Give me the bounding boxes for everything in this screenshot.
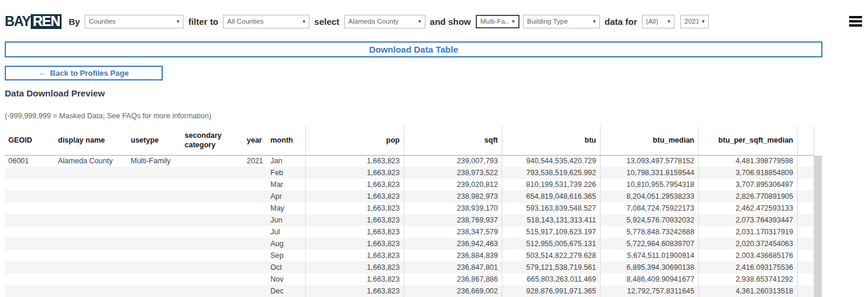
col-header-pop[interactable]: pop <box>305 126 404 155</box>
chevron-down-icon: ▾ <box>702 18 705 24</box>
cell-year <box>243 250 267 262</box>
cell-btu: 512,955,005,675.131 <box>502 238 600 250</box>
cell-pop: 1,663,823 <box>305 202 404 214</box>
col-header-display_name[interactable]: display name <box>54 126 127 155</box>
filter-counties-dropdown[interactable]: All Counties ▾ <box>223 15 309 28</box>
cell-btu_median: 10,798,331.8159544 <box>600 167 698 179</box>
cell-year <box>243 214 267 226</box>
cell-display_name <box>54 262 127 273</box>
cell-usetype <box>127 238 181 250</box>
table-row: Nov1,663,823236,867,886665,803,263,011.4… <box>5 273 814 285</box>
cell-btu_median: 5,924,576.70932032 <box>600 214 698 226</box>
cell-month: Jun <box>267 214 305 226</box>
col-header-btu_median[interactable]: btu_median <box>600 126 698 155</box>
data-table: GEOIDdisplay nameusetypesecondary catego… <box>5 126 814 297</box>
month-filter-dropdown[interactable]: (All) ▾ <box>642 15 675 28</box>
col-header-sqft[interactable]: sqft <box>404 126 502 155</box>
col-header-usetype[interactable]: usetype <box>127 126 181 155</box>
cell-btu: 518,143,131,313.411 <box>502 214 600 226</box>
cell-usetype <box>127 250 181 262</box>
cell-spacer <box>797 202 814 214</box>
building-type-dropdown[interactable]: Building Type ▾ <box>523 15 600 28</box>
cell-month: May <box>267 202 305 214</box>
menu-icon[interactable] <box>849 16 862 27</box>
cell-btu: 810,199,531,739.226 <box>502 179 600 191</box>
table-row: Sep1,663,823236,884,839503,514,822,279.6… <box>5 250 814 262</box>
cell-btu_per_sqft_median: 2,826.770891905 <box>698 191 797 202</box>
cell-month: Nov <box>267 273 305 285</box>
col-header-btu[interactable]: btu <box>502 126 600 155</box>
cell-display_name <box>54 226 127 238</box>
cell-btu_median: 8,204,051.29538233 <box>600 191 698 202</box>
cell-btu: 940,544,535,420.729 <box>502 155 600 167</box>
usetype-dropdown-value: Multi-Fa... <box>480 18 508 25</box>
cell-usetype <box>127 285 181 297</box>
cell-year <box>243 285 267 297</box>
back-arrow-icon: ← <box>39 69 47 78</box>
year-filter-dropdown[interactable]: 2021 ▾ <box>680 15 709 28</box>
cell-pop: 1,663,823 <box>305 191 404 202</box>
cell-btu_per_sqft_median: 2,031.170317919 <box>698 226 797 238</box>
cell-geoid <box>5 262 54 273</box>
cell-geoid <box>5 226 54 238</box>
cell-secondary_category <box>181 179 243 191</box>
cell-month: Aug <box>267 238 305 250</box>
by-label: By <box>69 17 80 27</box>
cell-pop: 1,663,823 <box>305 179 404 191</box>
cell-geoid <box>5 167 54 179</box>
geography-dropdown[interactable]: Counties ▾ <box>85 15 183 28</box>
cell-month: Mar <box>267 179 305 191</box>
col-header-spacer[interactable] <box>797 126 814 155</box>
cell-usetype <box>127 273 181 285</box>
cell-btu_per_sqft_median: 3,707.895306497 <box>698 179 797 191</box>
table-row: Mar1,663,823239,020,812810,199,531,739.2… <box>5 179 814 191</box>
cell-year <box>243 273 267 285</box>
usetype-dropdown[interactable]: Multi-Fa... ▾ <box>476 15 519 28</box>
cell-btu: 928,876,991,971.365 <box>502 285 600 297</box>
back-to-profiles-button[interactable]: ← Back to Profiles Page <box>5 66 163 80</box>
building-type-dropdown-value: Building Type <box>527 18 589 25</box>
cell-sqft: 236,942,463 <box>404 238 502 250</box>
dashboard-page: BAY REN By Counties ▾ filter to All Coun… <box>0 0 868 297</box>
data-table-container: GEOIDdisplay nameusetypesecondary catego… <box>5 126 814 297</box>
table-row: Dec1,663,823236,669,002928,876,991,971.3… <box>5 285 814 297</box>
data-for-label: data for <box>605 17 637 27</box>
col-header-secondary_category[interactable]: secondary category <box>181 126 243 155</box>
cell-month: Feb <box>267 167 305 179</box>
col-header-month[interactable]: month <box>267 126 305 155</box>
back-to-profiles-label: Back to Profiles Page <box>50 69 129 78</box>
month-filter-dropdown-value: (All) <box>646 18 664 25</box>
cell-btu_per_sqft_median: 4,481.398779598 <box>698 155 797 167</box>
cell-usetype <box>127 167 181 179</box>
cell-btu: 665,803,263,011.469 <box>502 273 600 285</box>
cell-display_name <box>54 214 127 226</box>
cell-usetype: Multi-Family <box>127 155 181 167</box>
cell-sqft: 238,939,170 <box>404 202 502 214</box>
col-header-geoid[interactable]: GEOID <box>5 126 54 155</box>
cell-sqft: 236,867,886 <box>404 273 502 285</box>
cell-display_name <box>54 273 127 285</box>
cell-btu_per_sqft_median: 2,938.653741292 <box>698 273 797 285</box>
col-header-year[interactable]: year <box>243 126 267 155</box>
chevron-down-icon: ▾ <box>667 18 670 24</box>
cell-btu_median: 8,486,409.90941677 <box>600 273 698 285</box>
cell-spacer <box>797 226 814 238</box>
download-data-table-button[interactable]: Download Data Table <box>5 41 822 57</box>
vertical-scrollbar[interactable] <box>814 156 822 297</box>
cell-year <box>243 226 267 238</box>
cell-spacer <box>797 214 814 226</box>
cell-secondary_category <box>181 262 243 273</box>
cell-btu_per_sqft_median: 2,416.093175536 <box>698 262 797 273</box>
col-header-btu_per_sqft_median[interactable]: btu_per_sqft_median <box>698 126 797 155</box>
cell-month: Dec <box>267 285 305 297</box>
table-row: May1,663,823238,939,170593,163,839,548.5… <box>5 202 814 214</box>
cell-pop: 1,663,823 <box>305 273 404 285</box>
county-select-dropdown[interactable]: Alameda County ▾ <box>344 15 425 28</box>
cell-btu_per_sqft_median: 3,706.918854809 <box>698 167 797 179</box>
chevron-down-icon: ▾ <box>177 18 180 24</box>
cell-spacer <box>797 238 814 250</box>
cell-pop: 1,663,823 <box>305 226 404 238</box>
cell-btu: 579,121,538,719.561 <box>502 262 600 273</box>
cell-sqft: 236,884,839 <box>404 250 502 262</box>
table-row: Oct1,663,823236,847,801579,121,538,719.5… <box>5 262 814 273</box>
